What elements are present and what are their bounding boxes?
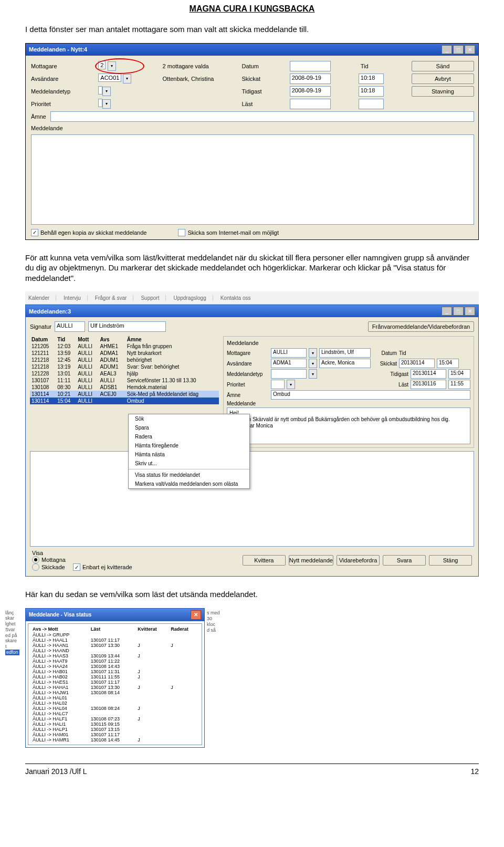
dropdown-prioritet-icon[interactable]: ▾ [102,99,111,109]
table-cell[interactable]: Sök-Med på Meddelandet idag [125,391,219,398]
table-cell[interactable]: AULLI [76,350,98,357]
table-cell[interactable]: behörighet [125,357,219,363]
input-last-tid[interactable] [359,99,384,109]
table-cell[interactable]: AULLI [76,377,98,384]
nytt-meddelande-button[interactable]: Nytt meddelande [289,555,333,566]
context-menu[interactable]: SökSparaRaderaHämta föregåendeHämta näst… [128,414,250,489]
franvaro-button[interactable]: Frånvaromeddelande/Vidarebefordran [368,321,474,332]
table-cell[interactable]: hjälp [125,370,219,377]
table-row[interactable]: 12120512:03AULLIAHME1Fråga från gruppen [30,343,219,350]
table-cell[interactable]: 13:19 [56,363,76,370]
input-last-date[interactable] [290,99,331,109]
table-cell[interactable]: 13:01 [56,370,76,377]
input-tidigast-date[interactable]: 2008-09-19 [290,86,331,97]
table-row[interactable]: 13011410:21AULLIACEJ0Sök-Med på Meddelan… [30,391,219,398]
input-datum[interactable] [290,61,331,71]
table-cell[interactable]: 11:11 [56,377,76,384]
table-cell[interactable]: 12:45 [56,357,76,363]
toolbar-item[interactable]: Frågor & svar [95,295,134,301]
context-menu-item[interactable]: Markera valt/valda meddelanden som oläst… [129,479,249,488]
table-cell[interactable]: 121218 [30,363,56,370]
stäng-button[interactable]: Stäng [429,555,472,566]
table-cell[interactable]: Svar: Svar: behörighet [125,363,219,370]
svara-button[interactable]: Svara [383,555,426,566]
vidarebefordra-button[interactable]: Vidarebefordra [337,555,380,566]
table-cell[interactable]: 130108 [30,384,56,391]
table-cell[interactable]: AULLI [76,384,98,391]
toolbar-item[interactable]: Support [141,295,166,301]
dropdown-icon[interactable]: ▾ [309,359,317,368]
close-icon[interactable]: ✕ [191,610,201,620]
table-cell[interactable]: AULLI [76,357,98,363]
table-cell[interactable]: Ombud [125,398,219,404]
table-row[interactable]: 13011415:04AULLIOmbud [30,398,219,404]
input-tidigast-tid[interactable]: 10:18 [359,86,384,97]
toolbar-item[interactable]: Uppdragslogg [173,295,213,301]
maximize-icon[interactable]: □ [453,307,464,316]
toolbar-item[interactable]: Intervju [64,295,88,301]
table-cell[interactable]: ACEJ0 [99,391,125,398]
table-row[interactable]: 12122813:01AULLIAEAL3hjälp [30,370,219,377]
stavning-button[interactable]: Stavning [412,86,474,97]
textarea-meddelande[interactable] [31,134,474,225]
table-cell[interactable]: ADSB1 [99,384,125,391]
avbryt-button[interactable]: Avbryt [412,74,474,84]
table-cell[interactable]: Servicefönster 11.30 till 13.30 [125,377,219,384]
context-menu-item[interactable]: Spara [129,423,249,432]
table-cell[interactable]: ADUM1 [99,363,125,370]
dropdown-avsandare-icon[interactable]: ▾ [123,74,131,83]
table-cell[interactable]: ADUM1 [99,357,125,363]
table-cell[interactable]: 121218 [30,357,56,363]
checkbox-enbart-ej-kvitterade[interactable]: ✓ [73,563,80,571]
table-row[interactable]: 12121813:19AULLIADUM1Svar: Svar: behörig… [30,363,219,370]
input-prioritet[interactable] [98,99,102,107]
context-menu-item[interactable]: Sök [129,414,249,423]
table-cell[interactable]: AHME1 [99,343,125,350]
context-menu-item[interactable]: Visa status för meddelandet [129,470,249,479]
minimize-icon[interactable]: _ [442,45,452,54]
table-cell[interactable]: Nytt brukarkort [125,350,219,357]
table-cell[interactable]: AULLI [76,363,98,370]
toolbar-item[interactable]: Kalender [28,295,56,301]
table-cell[interactable]: 08:30 [56,384,76,391]
table-cell[interactable]: AULLI [76,343,98,350]
table-cell[interactable]: ADMA1 [99,350,125,357]
minimize-icon[interactable]: _ [442,307,452,316]
dropdown-icon[interactable]: ▾ [309,369,317,379]
table-cell[interactable]: Hemdok.material [125,384,219,391]
table-cell[interactable] [99,398,125,404]
input-skickat-tid[interactable]: 10:18 [359,74,384,84]
input-mottagare-count[interactable]: 2 [98,61,106,69]
input-signatur-code[interactable]: AULLI [55,321,85,332]
kvittera-button[interactable]: Kvittera [243,555,286,566]
dropdown-meddelandetyp-icon[interactable]: ▾ [102,87,111,96]
context-menu-item[interactable]: Radera [129,432,249,441]
table-row[interactable]: 13010808:30AULLIADSB1Hemdok.material [30,384,219,391]
table-cell[interactable]: AULLI [76,398,98,404]
dropdown-icon[interactable]: ▾ [287,380,295,389]
toolbar-item[interactable]: Kontakta oss [220,295,257,301]
checkbox-internet-mail[interactable] [178,229,185,236]
context-menu-item[interactable]: Hämta föregående [129,441,249,450]
table-cell[interactable]: 15:04 [56,398,76,404]
maximize-icon[interactable]: □ [453,45,464,54]
dropdown-icon[interactable]: ▾ [309,348,317,358]
table-row[interactable]: 13010711:11AULLIAULLIServicefönster 11.3… [30,377,219,384]
table-cell[interactable]: 130107 [30,377,56,384]
input-avsandare-code[interactable]: ACO01 [98,74,121,82]
table-row[interactable]: 12121812:45AULLIADUM1behörighet [30,357,219,363]
close-icon[interactable]: ✕ [465,307,475,316]
table-cell[interactable]: 121211 [30,350,56,357]
input-amne[interactable] [50,111,474,122]
table-cell[interactable]: AEAL3 [99,370,125,377]
dropdown-mottagare-icon[interactable]: ▾ [108,61,116,71]
table-cell[interactable]: 130114 [30,391,56,398]
table-row[interactable]: 12121113:59AULLIADMA1Nytt brukarkort [30,350,219,357]
context-menu-item[interactable]: Hämta nästa [129,450,249,459]
close-icon[interactable]: ✕ [465,45,475,54]
input-signatur-name[interactable]: Ulf Lindström [88,321,166,332]
table-cell[interactable]: 13:59 [56,350,76,357]
radio-skickade[interactable] [32,563,39,571]
table-cell[interactable]: 121205 [30,343,56,350]
context-menu-item[interactable]: Skriv ut... [129,459,249,468]
